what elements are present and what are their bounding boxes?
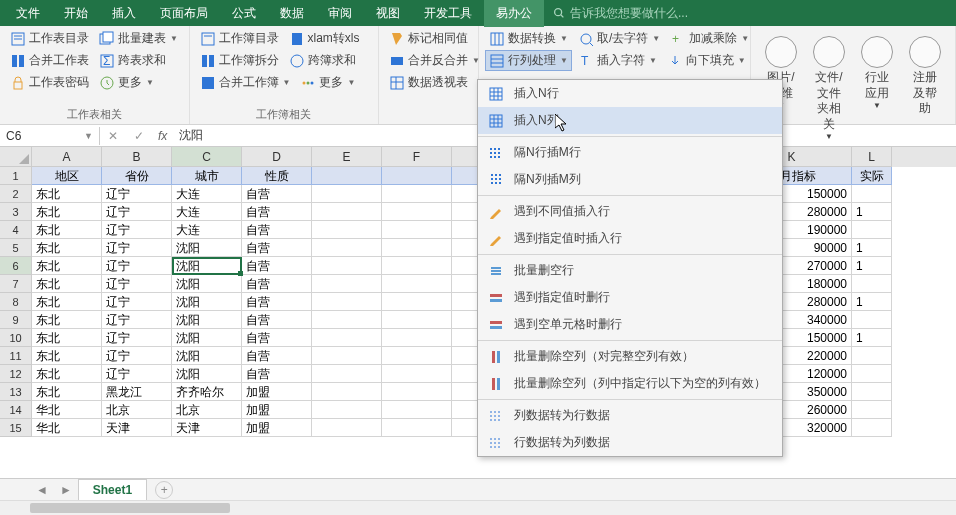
add-sheet-icon[interactable]: + <box>155 481 173 499</box>
row-header[interactable]: 6 <box>0 257 32 275</box>
cell[interactable] <box>382 185 452 203</box>
cell[interactable]: 东北 <box>32 275 102 293</box>
math-ops-button[interactable]: +加减乘除▼ <box>666 28 753 49</box>
cell[interactable] <box>312 167 382 185</box>
cell[interactable] <box>312 311 382 329</box>
cell[interactable]: 沈阳 <box>172 239 242 257</box>
cell[interactable]: 城市 <box>172 167 242 185</box>
cell[interactable]: 辽宁 <box>102 347 172 365</box>
row-header[interactable]: 11 <box>0 347 32 365</box>
prev-sheet-icon[interactable]: ◄ <box>30 483 54 497</box>
row-header[interactable]: 4 <box>0 221 32 239</box>
cell[interactable] <box>312 221 382 239</box>
next-sheet-icon[interactable]: ► <box>54 483 78 497</box>
cell[interactable] <box>382 383 452 401</box>
cell[interactable]: 加盟 <box>242 401 312 419</box>
merge-book-button[interactable]: 合并工作簿▼ <box>196 72 295 93</box>
menu-tab-9[interactable]: 易办公 <box>484 0 544 27</box>
col-header[interactable]: D <box>242 147 312 167</box>
sheet-pwd-button[interactable]: 工作表密码 <box>6 72 93 93</box>
cell[interactable] <box>382 293 452 311</box>
cross-book-sum-button[interactable]: 跨簿求和 <box>285 50 360 71</box>
pivot-button[interactable]: 数据透视表 <box>385 72 472 93</box>
dropdown-item[interactable]: 批量删除空列（对完整空列有效） <box>478 343 782 370</box>
cell[interactable]: 沈阳 <box>172 347 242 365</box>
cell[interactable]: 自营 <box>242 257 312 275</box>
fill-down-button[interactable]: 向下填充▼ <box>663 50 750 71</box>
batch-create-button[interactable]: 批量建表▼ <box>95 28 182 49</box>
cell[interactable] <box>312 419 382 437</box>
cell[interactable]: 东北 <box>32 221 102 239</box>
menu-tab-8[interactable]: 开发工具 <box>412 0 484 27</box>
cell[interactable]: 东北 <box>32 185 102 203</box>
cell[interactable]: 1 <box>852 203 892 221</box>
cell[interactable]: 辽宁 <box>102 275 172 293</box>
cell[interactable]: 天津 <box>102 419 172 437</box>
cell[interactable]: 辽宁 <box>102 221 172 239</box>
get-remove-char-button[interactable]: 取/去字符▼ <box>574 28 664 49</box>
industry-button[interactable]: 行业应用▼ <box>853 32 901 116</box>
dropdown-item[interactable]: 遇到指定值时插入行 <box>478 225 782 252</box>
dropdown-item[interactable]: 遇到指定值时删行 <box>478 284 782 311</box>
accept-formula-icon[interactable]: ✓ <box>126 129 152 143</box>
cell[interactable] <box>312 329 382 347</box>
cell[interactable] <box>312 365 382 383</box>
cell[interactable]: 沈阳 <box>172 275 242 293</box>
more-button-2[interactable]: 更多▼ <box>296 72 359 93</box>
cell[interactable] <box>382 329 452 347</box>
search-hint[interactable]: 告诉我您想要做什么... <box>552 5 688 22</box>
cell[interactable] <box>382 275 452 293</box>
row-header[interactable]: 7 <box>0 275 32 293</box>
cell[interactable]: 性质 <box>242 167 312 185</box>
cell[interactable] <box>852 311 892 329</box>
cell[interactable]: 沈阳 <box>172 329 242 347</box>
col-header[interactable]: E <box>312 147 382 167</box>
cell[interactable] <box>382 203 452 221</box>
cell[interactable] <box>382 311 452 329</box>
col-header[interactable]: L <box>852 147 892 167</box>
cell[interactable]: 自营 <box>242 185 312 203</box>
cell[interactable] <box>382 347 452 365</box>
cell[interactable] <box>382 221 452 239</box>
menu-tab-7[interactable]: 视图 <box>364 0 412 27</box>
cell[interactable]: 华北 <box>32 401 102 419</box>
cell[interactable] <box>312 401 382 419</box>
horizontal-scrollbar[interactable] <box>0 500 956 515</box>
cell[interactable]: 省份 <box>102 167 172 185</box>
cell[interactable] <box>382 401 452 419</box>
cell[interactable] <box>382 419 452 437</box>
cell[interactable]: 大连 <box>172 203 242 221</box>
workbook-dir-button[interactable]: 工作簿目录 <box>196 28 283 49</box>
cell[interactable]: 1 <box>852 329 892 347</box>
cell[interactable] <box>312 293 382 311</box>
cell[interactable] <box>382 167 452 185</box>
cell[interactable]: 自营 <box>242 203 312 221</box>
dropdown-item[interactable]: 隔N行插M行 <box>478 139 782 166</box>
row-header[interactable]: 15 <box>0 419 32 437</box>
cell[interactable]: 自营 <box>242 239 312 257</box>
dropdown-item[interactable]: 插入N行 <box>478 80 782 107</box>
cell[interactable]: 东北 <box>32 203 102 221</box>
cell[interactable] <box>312 347 382 365</box>
row-header[interactable]: 10 <box>0 329 32 347</box>
more-button[interactable]: 更多▼ <box>95 72 158 93</box>
cell[interactable]: 东北 <box>32 311 102 329</box>
cell[interactable]: 东北 <box>32 329 102 347</box>
cell[interactable]: 1 <box>852 257 892 275</box>
cell[interactable]: 辽宁 <box>102 365 172 383</box>
fx-icon[interactable]: fx <box>152 129 173 143</box>
cell[interactable] <box>312 257 382 275</box>
row-header[interactable]: 8 <box>0 293 32 311</box>
cell[interactable]: 1 <box>852 239 892 257</box>
cell[interactable]: 齐齐哈尔 <box>172 383 242 401</box>
cell[interactable]: 自营 <box>242 221 312 239</box>
menu-tab-2[interactable]: 插入 <box>100 0 148 27</box>
help-button[interactable]: 注册及帮助 <box>901 32 949 121</box>
cell[interactable] <box>852 221 892 239</box>
dropdown-item[interactable]: 插入N列 <box>478 107 782 134</box>
menu-tab-4[interactable]: 公式 <box>220 0 268 27</box>
dropdown-item[interactable]: 遇到不同值插入行 <box>478 198 782 225</box>
cell[interactable] <box>312 383 382 401</box>
cell[interactable] <box>852 347 892 365</box>
cell[interactable]: 辽宁 <box>102 257 172 275</box>
